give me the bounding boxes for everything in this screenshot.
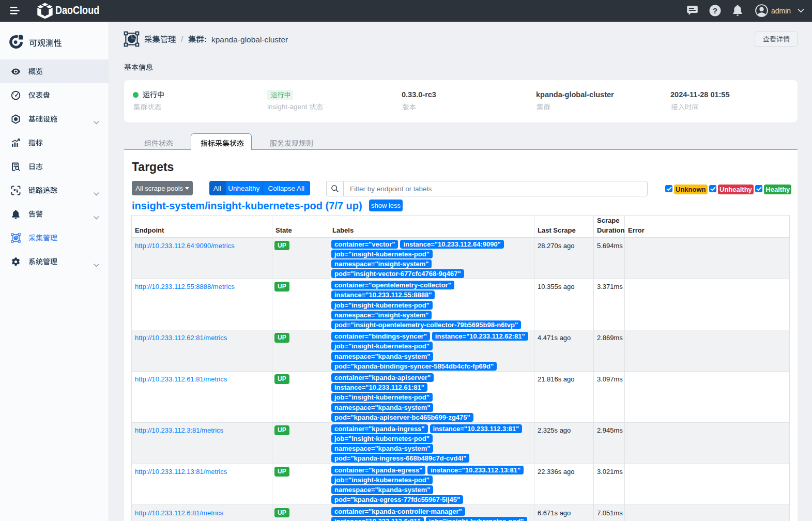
svg-text:?: ? [713, 6, 717, 15]
